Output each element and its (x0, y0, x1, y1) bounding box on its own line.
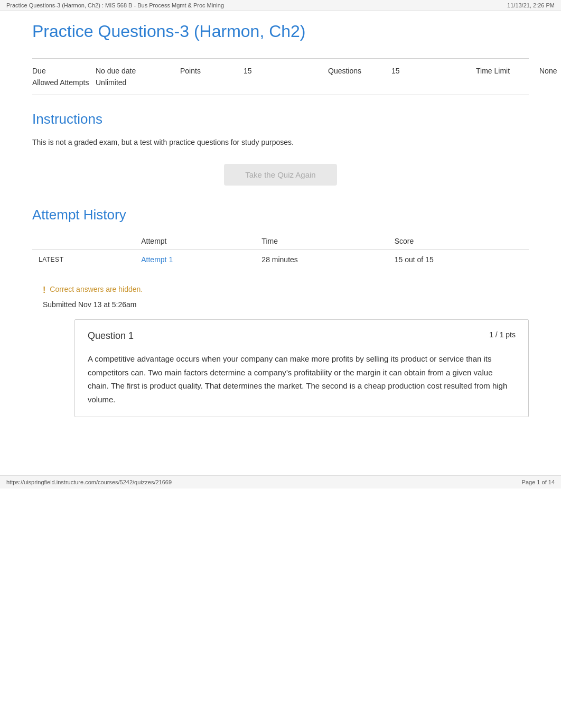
page-content: Practice Questions-3 (Harmon, Ch2) Due N… (16, 11, 545, 454)
latest-label: LATEST (32, 250, 135, 270)
col-header-score: Score (388, 233, 529, 250)
notice-text: Correct answers are hidden. (50, 285, 143, 293)
question-1-block: Question 1 1 / 1 pts A competitive advan… (74, 319, 529, 417)
questions-value: 15 (391, 65, 455, 77)
points-value: 15 (244, 65, 307, 77)
col-header-attempt: Attempt (135, 233, 255, 250)
attempt-link-cell[interactable]: Attempt 1 (135, 250, 255, 270)
due-label: Due (32, 65, 96, 77)
table-row: LATEST Attempt 1 28 minutes 15 out of 15 (32, 250, 529, 270)
attempt-history-heading: Attempt History (32, 207, 529, 223)
footer-bar: https://uispringfield.instructure.com/co… (0, 475, 561, 489)
time-limit-value: None (539, 65, 561, 77)
browser-top-bar: Practice Questions-3 (Harmon, Ch2) : MIS… (0, 0, 561, 11)
questions-label: Questions (328, 65, 391, 77)
submitted-text: Submitted Nov 13 at 5:26am (43, 300, 529, 309)
notice-box: ! Correct answers are hidden. (43, 285, 529, 295)
col-header-time: Time (255, 233, 388, 250)
points-label: Points (180, 65, 244, 77)
col-header-label (32, 233, 135, 250)
question-1-title: Question 1 (88, 330, 134, 342)
time-limit-label: Time Limit (476, 65, 539, 77)
attempt-time: 28 minutes (255, 250, 388, 270)
meta-row-2: Allowed Attempts Unlimited (32, 77, 529, 88)
attempt-history-section: Attempt History Attempt Time Score LATES… (32, 207, 529, 269)
tab-title: Practice Questions-3 (Harmon, Ch2) : MIS… (6, 2, 224, 8)
attempt-table: Attempt Time Score LATEST Attempt 1 28 m… (32, 233, 529, 269)
question-1-body: A competitive advantage occurs when your… (88, 352, 516, 406)
question-1-header: Question 1 1 / 1 pts (88, 330, 516, 342)
timestamp: 11/13/21, 2:26 PM (507, 2, 555, 8)
instructions-heading: Instructions (32, 111, 529, 127)
footer-url: https://uispringfield.instructure.com/co… (6, 479, 172, 485)
footer-page-info: Page 1 of 14 (522, 479, 555, 485)
allowed-attempts-value: Unlimited (96, 77, 159, 88)
meta-row-1: Due No due date Points 15 Questions 15 T… (32, 65, 529, 77)
due-value: No due date (96, 65, 159, 77)
instructions-text: This is not a graded exam, but a test wi… (32, 137, 529, 148)
meta-table: Due No due date Points 15 Questions 15 T… (32, 58, 529, 95)
take-quiz-container: Take the Quiz Again (32, 164, 529, 186)
take-quiz-button[interactable]: Take the Quiz Again (224, 164, 336, 186)
notice-icon: ! (43, 285, 45, 295)
question-1-points: 1 / 1 pts (489, 330, 516, 339)
page-title: Practice Questions-3 (Harmon, Ch2) (32, 22, 529, 48)
attempt-score: 15 out of 15 (388, 250, 529, 270)
allowed-attempts-label: Allowed Attempts (32, 77, 96, 88)
attempt-1-link[interactable]: Attempt 1 (141, 255, 173, 264)
